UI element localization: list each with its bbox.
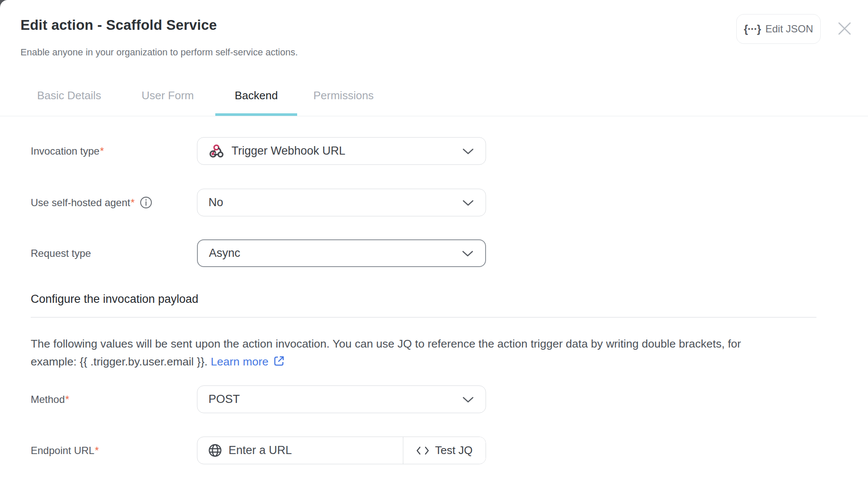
tab-basic-details[interactable]: Basic Details [37, 89, 101, 102]
info-icon[interactable] [140, 196, 152, 209]
webhook-icon [208, 144, 224, 158]
chevron-down-icon [463, 393, 474, 406]
edit-json-label: Edit JSON [765, 23, 813, 35]
payload-section-heading: Configure the invocation payload [31, 293, 198, 306]
request-type-value: Async [209, 247, 240, 260]
code-brackets-icon [416, 446, 429, 455]
test-jq-label: Test JQ [435, 444, 472, 457]
chevron-down-icon [463, 196, 474, 209]
required-asterisk: * [100, 145, 104, 157]
test-jq-button[interactable]: Test JQ [403, 437, 486, 464]
section-divider [31, 317, 816, 318]
globe-icon [208, 443, 223, 458]
active-tab-indicator [215, 113, 297, 116]
edit-action-modal: Edit action - Scaffold Service Enable an… [0, 0, 868, 483]
endpoint-url-input[interactable] [229, 444, 403, 457]
self-hosted-agent-label: Use self-hosted agent* [31, 196, 152, 209]
request-type-select[interactable]: Async [197, 239, 486, 267]
method-value: POST [208, 393, 240, 406]
invocation-type-label: Invocation type* [31, 145, 104, 157]
close-button[interactable] [836, 20, 853, 37]
learn-more-link[interactable]: Learn more [211, 355, 286, 368]
tab-user-form[interactable]: User Form [142, 89, 194, 102]
required-asterisk: * [130, 197, 134, 208]
invocation-type-value: Trigger Webhook URL [231, 144, 345, 158]
tab-permissions[interactable]: Permissions [313, 89, 374, 102]
endpoint-url-label: Endpoint URL* [31, 445, 99, 457]
edit-json-button[interactable]: {···} Edit JSON [736, 14, 821, 44]
payload-description: The following values will be sent upon t… [31, 335, 828, 373]
page-subtitle: Enable anyone in your organization to pe… [20, 47, 298, 58]
invocation-type-select[interactable]: Trigger Webhook URL [197, 137, 486, 165]
method-label: Method* [31, 394, 69, 405]
endpoint-url-group: Test JQ [197, 437, 486, 464]
chevron-down-icon [462, 247, 473, 260]
tab-bar: Basic Details User Form Backend Permissi… [0, 83, 868, 116]
endpoint-url-input-wrap [197, 437, 403, 464]
chevron-down-icon [463, 144, 474, 158]
close-icon [837, 21, 852, 36]
self-hosted-agent-select[interactable]: No [197, 189, 486, 216]
self-hosted-agent-value: No [208, 196, 223, 209]
required-asterisk: * [95, 445, 98, 456]
required-asterisk: * [65, 394, 69, 405]
tab-backend[interactable]: Backend [215, 89, 297, 102]
external-link-icon [272, 354, 286, 373]
request-type-label: Request type [31, 247, 91, 259]
page-title: Edit action - Scaffold Service [20, 17, 217, 33]
json-braces-icon: {···} [744, 23, 761, 35]
modal-surface: Edit action - Scaffold Service Enable an… [0, 0, 868, 483]
method-select[interactable]: POST [197, 385, 486, 413]
